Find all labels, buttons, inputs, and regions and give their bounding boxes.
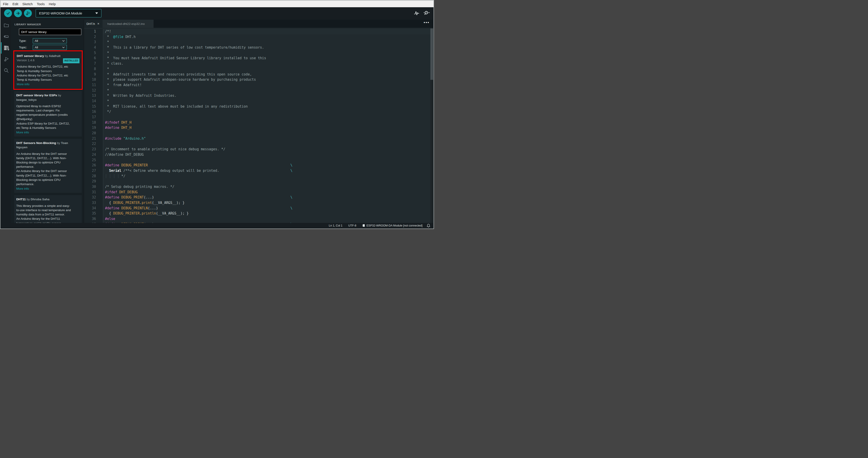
- code-token: #ifdef: [105, 190, 117, 194]
- sidebar-item-sketchbook[interactable]: [1, 20, 11, 31]
- panel-title: LIBRARY MANAGER: [14, 23, 84, 26]
- library-author: Adafruit: [49, 54, 61, 58]
- library-entry[interactable]: DHT11 by Dhruba SahaThis library provide…: [14, 195, 82, 223]
- code-line[interactable]: 2 * @file DHT.h: [84, 34, 433, 40]
- code-line[interactable]: 26#define DEBUG_PRINTER\: [84, 163, 433, 168]
- menu-edit[interactable]: Edit: [10, 2, 20, 6]
- code-line[interactable]: 6 * You must have Adafruit Unified Senso…: [84, 56, 433, 61]
- library-name: DHT Sensors Non-Blocking: [16, 141, 56, 145]
- sidebar-item-debug[interactable]: [1, 54, 11, 65]
- line-number: 14: [84, 98, 103, 104]
- cursor-position[interactable]: Ln 1, Col 1: [329, 224, 342, 227]
- menu-file[interactable]: File: [1, 2, 10, 6]
- library-list: DHT sensor library by AdafruitVersion 1.…: [11, 50, 84, 223]
- code-line[interactable]: 10 * please support Adafruit andopen-sou…: [84, 77, 433, 83]
- code-line[interactable]: 21#include "Arduino.h": [84, 136, 433, 142]
- code-line[interactable]: 30/* Setup debug printing macros. */: [84, 184, 433, 190]
- notifications-button[interactable]: [427, 224, 430, 228]
- library-entry[interactable]: DHT Sensors Non-Blocking by Toan NguyenA…: [14, 139, 82, 193]
- code-line[interactable]: 8 *: [84, 66, 433, 72]
- library-name: DHT sensor library: [17, 54, 44, 58]
- code-text: [103, 158, 433, 163]
- code-line[interactable]: 23/* Uncomment to enable printing out ni…: [84, 147, 433, 152]
- code-token: * This is a library for DHT series of lo…: [105, 46, 264, 50]
- code-token: \: [290, 206, 292, 211]
- tab-label: hardcoded-dht22-esp32.ino: [107, 22, 145, 26]
- code-token: \: [290, 168, 292, 174]
- code-line[interactable]: 22: [84, 141, 433, 147]
- close-icon[interactable]: ✕: [97, 22, 100, 25]
- code-line[interactable]: 12 *: [84, 88, 433, 93]
- code-line[interactable]: 13 * Written by Adafruit Industries.: [84, 93, 433, 98]
- line-number: 26: [84, 163, 103, 168]
- code-line[interactable]: 28│ │ │ │ */: [84, 174, 433, 179]
- code-text: #ifdef DHT_DEBUG: [103, 190, 433, 195]
- code-line[interactable]: 3 *: [84, 39, 433, 45]
- code-line[interactable]: 18#ifndef DHT_H: [84, 120, 433, 125]
- line-number: 35: [84, 211, 103, 216]
- sidebar-item-library-manager[interactable]: [1, 42, 11, 54]
- chevron-down-icon: [62, 47, 65, 48]
- code-token: [119, 163, 121, 167]
- board-selector[interactable]: ESP32-WROOM-DA Module: [36, 9, 101, 18]
- more-info-link[interactable]: More info: [16, 130, 80, 135]
- menu-sketch[interactable]: Sketch: [20, 2, 35, 6]
- code-token: .: [140, 201, 142, 205]
- code-line[interactable]: 1/*!: [84, 29, 433, 34]
- code-line[interactable]: 15 * MIT license, all text above must be…: [84, 104, 433, 109]
- upload-button[interactable]: [14, 9, 22, 17]
- serial-monitor-button[interactable]: [423, 10, 430, 16]
- status-bar: Ln 1, Col 1 UTF-8 ESP32-WROOM-DA Module …: [1, 223, 433, 228]
- code-line[interactable]: 5 *: [84, 50, 433, 56]
- verify-button[interactable]: [4, 9, 12, 17]
- tab-sketch-ino[interactable]: hardcoded-dht22-esp32.ino: [102, 20, 154, 28]
- sidebar-item-boards-manager[interactable]: [1, 31, 11, 42]
- serial-plotter-button[interactable]: [414, 10, 419, 16]
- menu-help[interactable]: Help: [47, 2, 58, 6]
- code-line[interactable]: 34#define DEBUG_PRINTLN(...)\: [84, 206, 433, 211]
- code-text: *: [103, 50, 433, 56]
- code-token: */: [121, 174, 125, 178]
- code-line[interactable]: 4 * This is a library for DHT series of …: [84, 45, 433, 50]
- code-line[interactable]: 27 Serial /**< Define where debug output…: [84, 168, 433, 174]
- library-entry[interactable]: DHT sensor library for ESPx by beegee_to…: [14, 91, 82, 137]
- menu-tools[interactable]: Tools: [35, 2, 47, 6]
- type-filter-select[interactable]: All: [33, 38, 67, 44]
- code-line[interactable]: 31#ifdef DHT_DEBUG: [84, 190, 433, 195]
- more-info-link[interactable]: More info: [17, 82, 79, 86]
- code-line[interactable]: 25: [84, 158, 433, 163]
- library-entry[interactable]: DHT sensor library by AdafruitVersion 1.…: [15, 52, 81, 88]
- library-name: DHT sensor library for ESPx: [16, 93, 57, 97]
- type-filter-value: All: [35, 39, 38, 42]
- code-line[interactable]: 19#define DHT_H: [84, 125, 433, 131]
- board-status[interactable]: ESP32-WROOM-DA Module [not connected]: [362, 224, 423, 227]
- scrollbar-thumb[interactable]: [430, 28, 433, 80]
- code-line[interactable]: 9 * Adafruit invests time and resources …: [84, 72, 433, 77]
- code-token: print: [142, 201, 152, 205]
- code-line[interactable]: 14 *: [84, 98, 433, 104]
- code-line[interactable]: 32#define DEBUG_PRINT(...)\: [84, 195, 433, 200]
- code-token: [119, 195, 121, 199]
- code-line[interactable]: 33 { DEBUG_PRINTER.print(__VA_ARGS__); }: [84, 200, 433, 206]
- code-line[interactable]: 29: [84, 179, 433, 184]
- code-area[interactable]: 1/*!2 * @file DHT.h3 *4 * This is a libr…: [84, 28, 433, 223]
- start-debug-button[interactable]: [24, 9, 32, 17]
- code-text: [103, 179, 433, 184]
- code-line[interactable]: 11 * from Adafruit!: [84, 83, 433, 88]
- debug-icon: [26, 11, 30, 16]
- more-actions-icon[interactable]: •••: [424, 20, 430, 25]
- sidebar-item-search[interactable]: [1, 65, 11, 76]
- more-info-link[interactable]: More info: [16, 187, 80, 191]
- code-line[interactable]: 7 * class.: [84, 61, 433, 66]
- code-line[interactable]: 35 { DEBUG_PRINTER.println(__VA_ARGS__);…: [84, 211, 433, 216]
- code-line[interactable]: 17: [84, 115, 433, 120]
- tab-dht-h[interactable]: DHT.h ✕: [84, 20, 102, 28]
- code-line[interactable]: 24//#define DHT_DEBUG: [84, 152, 433, 158]
- code-line[interactable]: 20: [84, 131, 433, 136]
- encoding[interactable]: UTF-8: [348, 224, 356, 227]
- code-line[interactable]: 16 */: [84, 109, 433, 115]
- topic-filter-select[interactable]: All: [33, 45, 67, 50]
- board-chip-icon: [362, 224, 365, 227]
- library-search-input[interactable]: [19, 29, 81, 35]
- code-line[interactable]: 36#else: [84, 216, 433, 222]
